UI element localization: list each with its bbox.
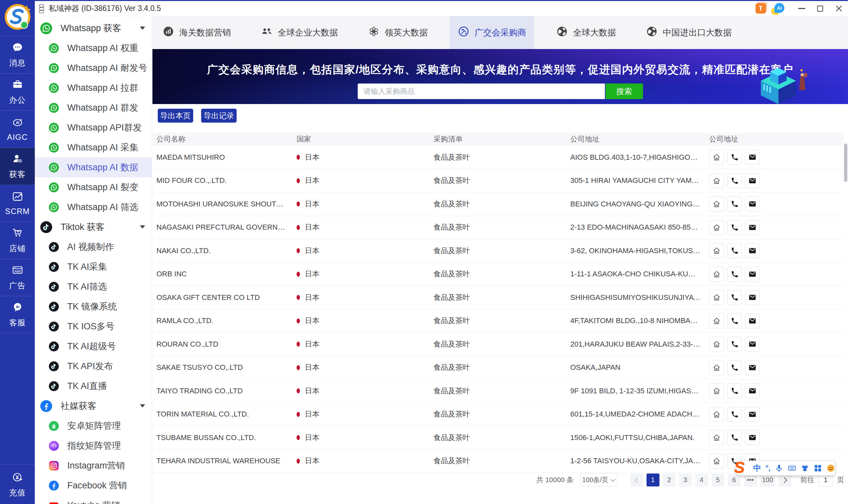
per-page-select[interactable]: 100条/页 bbox=[580, 473, 617, 486]
mail-button[interactable] bbox=[745, 313, 760, 328]
mail-button[interactable] bbox=[745, 197, 760, 211]
emoji-icon[interactable] bbox=[827, 464, 835, 472]
collapse-caret-icon[interactable] bbox=[140, 26, 145, 30]
sidebar-item[interactable]: Whatsapp AI 采集 bbox=[35, 138, 152, 157]
mail-button[interactable] bbox=[745, 267, 760, 282]
home-button[interactable] bbox=[709, 407, 724, 422]
sidebar-item[interactable]: TK 镜像系统 bbox=[35, 296, 152, 317]
toolbox-grid-icon[interactable] bbox=[814, 464, 822, 472]
home-button[interactable] bbox=[709, 313, 724, 328]
mail-button[interactable] bbox=[745, 337, 760, 352]
home-button[interactable] bbox=[709, 383, 724, 398]
phone-button[interactable] bbox=[727, 267, 742, 282]
close-button[interactable] bbox=[829, 1, 848, 16]
mail-button[interactable] bbox=[745, 430, 760, 445]
home-button[interactable] bbox=[709, 197, 724, 211]
rail-item-aigc[interactable]: AI AIGC bbox=[0, 111, 35, 148]
phone-button[interactable] bbox=[727, 430, 742, 445]
mail-button[interactable] bbox=[745, 360, 760, 375]
sidebar-item[interactable]: Whatsapp AI 群发 bbox=[35, 98, 152, 118]
phone-button[interactable] bbox=[727, 407, 742, 422]
rail-item-shop[interactable]: 店铺 bbox=[0, 222, 35, 259]
phone-button[interactable] bbox=[727, 290, 742, 305]
skin-shirt-icon[interactable] bbox=[800, 464, 809, 472]
rail-item-support[interactable]: AI 客服 bbox=[0, 296, 35, 334]
sidebar-item[interactable]: TK AI筛选 bbox=[35, 277, 152, 296]
sidebar-item[interactable]: Whatsapp AI 权重 bbox=[35, 38, 152, 58]
home-button[interactable] bbox=[709, 430, 724, 445]
search-input[interactable] bbox=[358, 84, 605, 99]
page-button[interactable]: 1 bbox=[647, 473, 660, 486]
sidebar-item[interactable]: Whatsapp API群发 bbox=[35, 118, 152, 138]
microphone-icon[interactable] bbox=[775, 464, 783, 472]
sidebar-item[interactable]: Whatsapp AI 筛选 bbox=[35, 197, 152, 217]
export-page-button[interactable]: 导出本页 bbox=[158, 109, 193, 123]
keyboard-icon[interactable] bbox=[788, 464, 796, 472]
home-button[interactable] bbox=[709, 454, 724, 469]
rail-item-ads[interactable]: ADS 广告 bbox=[0, 259, 35, 296]
home-button[interactable] bbox=[709, 220, 724, 235]
phone-button[interactable] bbox=[727, 220, 742, 235]
mail-button[interactable] bbox=[745, 173, 760, 188]
home-button[interactable] bbox=[709, 243, 724, 258]
maximize-button[interactable] bbox=[811, 1, 829, 16]
home-button[interactable] bbox=[709, 267, 724, 282]
ime-punctuation-icon[interactable]: °, bbox=[765, 464, 771, 472]
sidebar-item[interactable]: Tiktok 获客 bbox=[35, 217, 152, 237]
export-records-button[interactable]: 导出记录 bbox=[201, 109, 237, 123]
rail-item-messages[interactable]: 消息 bbox=[0, 36, 35, 74]
ime-language-mode[interactable]: 中 bbox=[753, 463, 761, 473]
tab-canton-fair-buyers[interactable]: 广交会采购商 bbox=[450, 16, 534, 49]
page-button[interactable]: 5 bbox=[711, 473, 724, 486]
rail-item-office[interactable]: 办公 bbox=[0, 74, 35, 111]
tab-customs-marketing[interactable]: 海关数据营销 bbox=[155, 16, 239, 49]
sidebar-item[interactable]: TK IOS多号 bbox=[35, 317, 152, 336]
sidebar-item[interactable]: Whatsapp AI 裂变 bbox=[35, 177, 152, 197]
tab-global-bigdata[interactable]: 全球大数据 bbox=[548, 16, 624, 49]
home-button[interactable] bbox=[709, 337, 724, 352]
phone-button[interactable] bbox=[727, 337, 742, 352]
phone-button[interactable] bbox=[727, 173, 742, 188]
page-button[interactable]: 4 bbox=[695, 473, 708, 486]
search-button[interactable]: 搜索 bbox=[606, 84, 643, 99]
tab-global-enterprise[interactable]: 全球企业大数据 bbox=[253, 16, 346, 49]
phone-button[interactable] bbox=[727, 383, 742, 398]
mail-button[interactable] bbox=[745, 290, 760, 305]
minimize-button[interactable] bbox=[792, 1, 811, 16]
phone-button[interactable] bbox=[727, 150, 742, 165]
sidebar-item[interactable]: 安卓矩阵管理 bbox=[35, 416, 152, 436]
translate-icon[interactable]: T bbox=[756, 3, 766, 14]
sidebar-item[interactable]: Whatsapp 获客 bbox=[35, 18, 152, 38]
sidebar-item[interactable]: 指纹矩阵管理 bbox=[35, 436, 152, 456]
mail-button[interactable] bbox=[745, 407, 760, 422]
phone-button[interactable] bbox=[727, 360, 742, 375]
sidebar-item[interactable]: AI 视频制作 bbox=[35, 237, 152, 257]
rail-item-scrm[interactable]: SCRM bbox=[0, 185, 35, 222]
sidebar-item[interactable]: TK AI超级号 bbox=[35, 336, 152, 356]
sidebar-item[interactable]: TK API发布 bbox=[35, 356, 152, 376]
sidebar-item[interactable]: TK AI直播 bbox=[35, 376, 152, 396]
sidebar-item[interactable]: 社媒获客 bbox=[35, 396, 152, 416]
sidebar-item[interactable]: Whatsapp AI 拉群 bbox=[35, 78, 152, 98]
mail-button[interactable] bbox=[745, 220, 760, 235]
sidebar-item[interactable]: Whatsapp AI 耐发号 bbox=[35, 58, 152, 78]
rail-item-leads[interactable]: 获客 bbox=[0, 148, 35, 185]
rail-item-recharge[interactable]: 充值 bbox=[0, 465, 35, 504]
sogou-logo-icon[interactable]: S bbox=[734, 458, 745, 476]
home-button[interactable] bbox=[709, 173, 724, 188]
phone-button[interactable] bbox=[727, 197, 742, 211]
mail-button[interactable] bbox=[745, 243, 760, 258]
phone-button[interactable] bbox=[727, 243, 742, 258]
sidebar-item[interactable]: Facebook 营销 bbox=[35, 475, 152, 496]
home-button[interactable] bbox=[709, 360, 724, 375]
page-button[interactable]: 3 bbox=[679, 473, 692, 486]
sidebar-item[interactable]: TK AI采集 bbox=[35, 257, 152, 277]
home-button[interactable] bbox=[709, 290, 724, 305]
mail-button[interactable] bbox=[745, 383, 760, 398]
sidebar-item[interactable]: Instagram营销 bbox=[35, 456, 152, 475]
collapse-caret-icon[interactable] bbox=[140, 404, 145, 408]
sidebar-item[interactable]: Whatsapp AI 数据 bbox=[35, 157, 152, 177]
phone-button[interactable] bbox=[727, 313, 742, 328]
prev-page-button[interactable] bbox=[630, 473, 643, 486]
page-button[interactable]: 2 bbox=[663, 473, 676, 486]
